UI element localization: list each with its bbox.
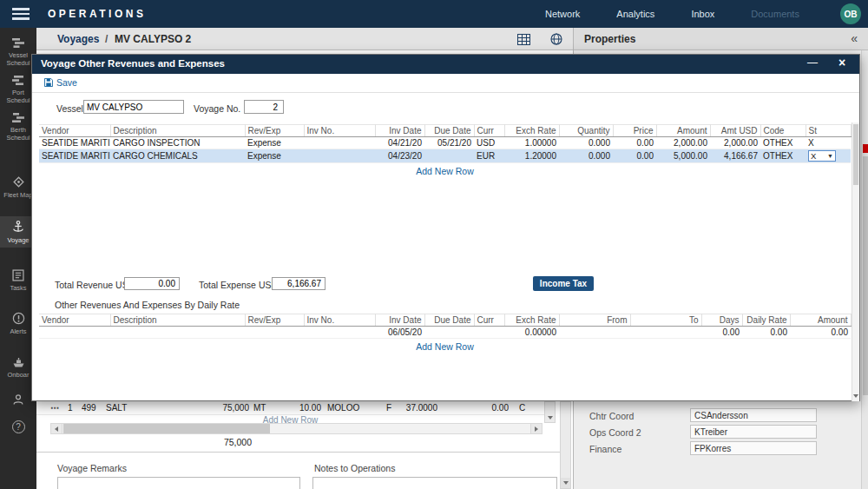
help-icon: ?: [12, 420, 25, 433]
cell-amt-usd[interactable]: 2,000.00: [710, 137, 760, 149]
breadcrumb-current: MV CALYPSO 2: [115, 33, 191, 45]
cell-code[interactable]: OTHEX: [760, 149, 806, 163]
cell-curr[interactable]: EUR: [474, 149, 504, 163]
cell-amount[interactable]: 0.00: [790, 327, 851, 339]
cell-description[interactable]: CARGO INSPECTION: [110, 137, 245, 149]
cell-days[interactable]: 0.00: [701, 327, 742, 339]
cell-quantity[interactable]: 0.000: [559, 149, 613, 163]
cell-vendor[interactable]: SEATIDE MARITIM: [39, 149, 110, 163]
cell-rev-exp[interactable]: Expense: [245, 137, 304, 149]
sidebar-item-label: Vessel Schedul: [1, 51, 36, 67]
scrollbar-thumb[interactable]: [863, 156, 868, 395]
totals-row: Total Revenue USD Total Expense USD Inco…: [32, 276, 859, 294]
globe-icon[interactable]: [550, 33, 562, 49]
main-vertical-scrollbar: [560, 401, 571, 489]
total-revenue-field[interactable]: [124, 277, 180, 290]
cell-exch-rate[interactable]: 1.20000: [504, 149, 559, 163]
table-header-row: Vendor Description Rev/Exp Inv No. Inv D…: [39, 314, 851, 327]
cell-code[interactable]: OTHEX: [760, 137, 806, 149]
notes-to-operations-textarea[interactable]: [312, 477, 557, 489]
avatar[interactable]: OB: [840, 3, 861, 24]
finance-field[interactable]: [690, 441, 817, 455]
add-new-row-link[interactable]: Add New Row: [39, 341, 851, 352]
chtr-coord-field[interactable]: [690, 408, 817, 422]
property-row: Finance: [574, 441, 868, 457]
total-expense-field[interactable]: [272, 277, 326, 290]
cell-description[interactable]: [110, 327, 245, 339]
table-row[interactable]: SEATIDE MARITIM CARGO INSPECTION Expense…: [39, 137, 851, 149]
cell-due-date[interactable]: [424, 149, 474, 163]
cell-rev-exp[interactable]: Expense: [245, 149, 304, 163]
sidebar-item-label: Tasks: [10, 284, 26, 292]
cell-amount[interactable]: 5,000.00: [656, 149, 710, 163]
cell-daily-rate[interactable]: 0.00: [742, 327, 790, 339]
table-row-selected[interactable]: SEATIDE MARITIM CARGO CHEMICALS Expense …: [39, 149, 851, 163]
scroll-down-icon[interactable]: [545, 413, 555, 422]
cell-description[interactable]: CARGO CHEMICALS: [110, 149, 245, 163]
breadcrumb-bar: Voyages / MV CALYPSO 2: [36, 28, 573, 50]
cell-due-date[interactable]: [424, 327, 474, 339]
cell-exch-rate[interactable]: 1.00000: [504, 137, 559, 149]
table-row[interactable]: 06/05/20 0.00000 0.00 0.00 0.00: [39, 327, 851, 339]
cell-inv-date[interactable]: 06/05/20: [375, 327, 424, 339]
cell-vendor[interactable]: [39, 327, 110, 339]
cell-inv-date[interactable]: 04/21/20: [375, 137, 424, 149]
cell-st[interactable]: X: [806, 137, 851, 149]
vessel-field[interactable]: [83, 100, 184, 114]
nav-network[interactable]: Network: [545, 9, 580, 19]
cell-due-date[interactable]: 05/21/20: [424, 137, 474, 149]
cell-exch-rate[interactable]: 0.00000: [504, 327, 559, 339]
cell-curr[interactable]: [474, 327, 504, 339]
scroll-right-icon[interactable]: [530, 424, 542, 433]
cell-inv-no[interactable]: [304, 327, 375, 339]
scroll-left-icon[interactable]: [51, 424, 62, 433]
voyage-no-field[interactable]: [244, 100, 284, 114]
cargo-qty: 75,000: [175, 403, 249, 413]
finance-label: Finance: [589, 444, 621, 454]
cell-inv-date[interactable]: 04/23/20: [375, 149, 424, 163]
sidebar-item-help[interactable]: ?: [0, 416, 36, 437]
total-revenue-label: Total Revenue USD: [55, 280, 135, 290]
cell-inv-no[interactable]: [304, 149, 375, 163]
cell-curr[interactable]: USD: [474, 137, 504, 149]
divider: [36, 452, 560, 453]
sidebar-item-label: Fleet Map: [3, 191, 32, 199]
scroll-down-icon[interactable]: [561, 478, 570, 488]
col-to: To: [630, 314, 701, 327]
close-icon[interactable]: ×: [835, 56, 849, 69]
collapse-panel-icon[interactable]: «: [851, 31, 858, 45]
income-tax-button[interactable]: Income Tax: [533, 276, 594, 291]
add-new-row-link[interactable]: Add New Row: [39, 166, 851, 176]
cell-vendor[interactable]: SEATIDE MARITIM: [39, 137, 110, 149]
cargo-table-row[interactable]: ⋯ 1 499 SALT 75,000 MT 10.00 MOLOO F 37.…: [36, 401, 544, 415]
cell-from[interactable]: [559, 327, 630, 339]
dialog-header[interactable]: Voyage Other Revenues and Expenses — ×: [32, 55, 859, 74]
col-code: Code: [760, 125, 806, 137]
cargo-price: 10.00: [281, 403, 321, 413]
dialog-scrollbar: [852, 122, 859, 401]
ops-coord-2-field[interactable]: [690, 425, 817, 439]
minimize-icon[interactable]: —: [806, 56, 819, 70]
properties-scrollbar[interactable]: [861, 50, 868, 489]
scrollbar-thumb[interactable]: [63, 424, 270, 433]
st-dropdown[interactable]: X ▼: [808, 150, 836, 162]
cell-rev-exp[interactable]: [245, 327, 304, 339]
row-menu-icon[interactable]: ⋯: [50, 403, 64, 413]
save-button[interactable]: Save: [44, 77, 77, 88]
cell-quantity[interactable]: 0.000: [559, 137, 613, 149]
scrollbar-thumb[interactable]: [853, 124, 858, 185]
cell-amount[interactable]: 2,000.00: [656, 137, 710, 149]
cell-price[interactable]: 0.00: [613, 137, 656, 149]
cell-inv-no[interactable]: [304, 137, 375, 149]
cell-amt-usd[interactable]: 4,166.67: [710, 149, 760, 163]
scroll-down-icon[interactable]: [852, 392, 859, 400]
cell-to[interactable]: [630, 327, 701, 339]
menu-icon[interactable]: [12, 8, 30, 20]
col-vendor: Vendor: [39, 125, 110, 137]
voyage-remarks-textarea[interactable]: [57, 477, 300, 489]
cell-price[interactable]: 0.00: [613, 149, 656, 163]
table-view-icon[interactable]: [517, 33, 530, 49]
nav-inbox[interactable]: Inbox: [691, 9, 714, 19]
nav-analytics[interactable]: Analytics: [616, 9, 654, 19]
breadcrumb-voyages[interactable]: Voyages: [57, 33, 99, 45]
